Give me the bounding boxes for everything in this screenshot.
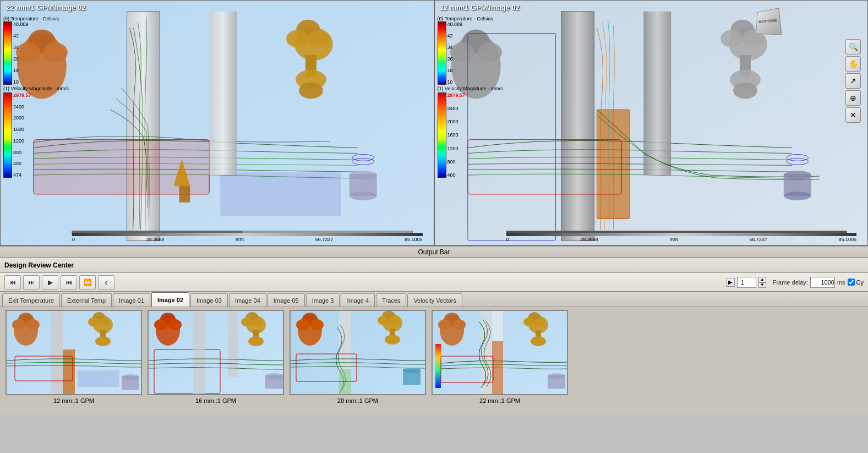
left-measure-unit: mm <box>236 237 244 242</box>
left-scale-max: 48.889 <box>13 21 29 27</box>
svg-point-118 <box>531 336 546 346</box>
svg-point-96 <box>378 316 389 325</box>
left-viewport: 22 mm\1 GPM\Image 02 (0) Temperature - C… <box>0 0 434 245</box>
right-viewport: 12 mm\1 GPM\Image 02 BOTTOM 🔍 ✋ ↗ ⊕ ✕ (0… <box>434 0 869 245</box>
svg-rect-101 <box>403 369 421 385</box>
svg-point-64 <box>88 318 99 326</box>
tab-image3[interactable]: Image 3 <box>306 293 340 307</box>
output-bar-label: Output Bar <box>418 248 450 256</box>
frame-delay-label: Frame delay: <box>773 279 808 286</box>
right-viewport-title: 12 mm\1 GPM\Image 02 <box>440 3 520 12</box>
thumb-12mm-svg <box>7 311 142 395</box>
design-review-header: Design Review Center <box>0 258 868 273</box>
right-scale-1: 42 <box>447 33 463 39</box>
thumb-20mm-label: 20 mm::1 GPM <box>337 397 378 404</box>
left-scale-min: 10 <box>13 79 29 85</box>
thumb-12mm-label: 12 mm::1 GPM <box>53 397 94 404</box>
svg-point-91 <box>296 319 309 330</box>
controls-bar: ⏮ ⏭ ▶ ⏭ ⏩ ‹ ▶ ▲ ▼ Frame delay: ms Cy <box>0 273 868 292</box>
frame-delay-input[interactable] <box>810 277 835 288</box>
tab-exit-temperature[interactable]: Exit Temperature <box>2 293 60 307</box>
tool-btn-pan[interactable]: ✋ <box>845 56 861 72</box>
svg-rect-109 <box>435 344 441 388</box>
svg-point-19 <box>350 192 377 200</box>
svg-point-83 <box>252 318 263 326</box>
thumbnail-16mm[interactable]: 16 mm::1 GPM <box>148 310 284 404</box>
right-scale-min: 10 <box>447 79 463 85</box>
left-scale-4: 18 <box>13 68 29 73</box>
thumbnail-20mm[interactable]: 20 mm::1 GPM <box>290 310 426 404</box>
thumbnail-22mm[interactable]: 22 mm::1 GPM <box>432 310 568 404</box>
tab-image02[interactable]: Image 02 <box>151 292 189 307</box>
tool-btn-select[interactable]: ⊕ <box>845 90 861 106</box>
left-vel-2: 2000 <box>13 115 31 121</box>
tab-image05[interactable]: Image 05 <box>268 293 305 307</box>
right-vel-6: 400 <box>447 172 466 178</box>
frame-up-arrow[interactable]: ▲ <box>758 277 766 282</box>
svg-rect-78 <box>193 311 205 395</box>
thumb-22mm-label: 22 mm::1 GPM <box>479 397 520 404</box>
right-vel-4: 1200 <box>447 146 466 151</box>
right-measure-3: 56.7337 <box>749 237 767 242</box>
cycle-checkbox[interactable] <box>848 279 855 286</box>
right-scale-2: 34 <box>447 45 463 50</box>
left-measure-4: 85.1005 <box>405 237 423 242</box>
svg-point-115 <box>523 318 534 326</box>
svg-rect-9 <box>220 172 341 216</box>
nav-cube-container[interactable]: BOTTOM <box>755 9 779 34</box>
thumbnail-16mm-image <box>148 310 284 395</box>
tool-btn-delete[interactable]: ✕ <box>845 107 861 123</box>
left-scale-1: 42 <box>13 33 29 39</box>
tab-traces[interactable]: Traces <box>376 293 406 307</box>
svg-rect-87 <box>265 375 283 389</box>
svg-rect-60 <box>51 311 63 395</box>
play-prev-button[interactable]: ⏭ <box>23 275 40 290</box>
svg-point-97 <box>389 316 400 325</box>
play-first-button[interactable]: ⏮ <box>4 275 21 290</box>
svg-point-108 <box>452 319 466 330</box>
play-last-button[interactable]: ⏩ <box>79 275 96 290</box>
play-next-button[interactable]: ⏭ <box>61 275 77 290</box>
tool-btn-zoom[interactable]: 🔍 <box>845 39 861 54</box>
frame-down-arrow[interactable]: ▼ <box>758 282 766 288</box>
right-vel-5: 800 <box>447 159 466 165</box>
frame-control: ▶ ▲ ▼ Frame delay: ms Cy <box>726 277 864 288</box>
svg-point-44 <box>720 30 743 48</box>
right-measure-unit: mm <box>669 237 678 242</box>
thumb-16mm-svg <box>149 311 284 395</box>
tool-btn-rotate[interactable]: ↗ <box>845 73 861 89</box>
svg-point-107 <box>438 319 451 330</box>
thumbnail-12mm[interactable]: 12 mm::1 GPM <box>6 310 142 404</box>
thumb-16mm-label: 16 mm::1 GPM <box>195 397 236 404</box>
right-vel-2: 2000 <box>447 119 466 124</box>
right-measure-1: 28.3668 <box>580 237 598 242</box>
play-button[interactable]: ▶ <box>42 275 58 290</box>
left-temp-label: (0) Temperature - Celsius <box>3 16 59 21</box>
svg-rect-112 <box>492 341 503 395</box>
tab-image03[interactable]: Image 03 <box>190 293 228 307</box>
thumbnails-area: 12 mm::1 GPM <box>0 307 868 414</box>
tab-velocity-vectors[interactable]: Velocity Vectors <box>407 293 462 307</box>
left-vel-min: 474 <box>13 172 31 178</box>
ms-label: ms <box>837 279 845 286</box>
svg-point-116 <box>534 318 545 326</box>
left-vel-1: 2400 <box>13 104 31 110</box>
frame-prev-arrow[interactable]: ▶ <box>726 278 735 287</box>
frame-number-input[interactable] <box>737 277 756 288</box>
right-vel-colorbar <box>438 92 446 178</box>
tab-image4[interactable]: Image 4 <box>341 293 375 307</box>
tab-external-temp[interactable]: External Temp <box>61 293 112 307</box>
tab-image04[interactable]: Image 04 <box>229 293 266 307</box>
svg-point-76 <box>168 319 182 330</box>
tab-image01[interactable]: Image 01 <box>113 293 150 307</box>
right-temp-label: (0) Temperature - Celsius <box>438 16 493 21</box>
svg-rect-79 <box>228 311 238 377</box>
thumbnail-12mm-image <box>6 310 142 395</box>
right-scale-4: 18 <box>447 68 463 73</box>
right-temp-colorbar <box>438 21 446 85</box>
svg-rect-120 <box>548 375 565 389</box>
collapse-button[interactable]: ‹ <box>98 275 114 290</box>
svg-point-13 <box>308 30 330 48</box>
thumb-20mm-svg <box>291 311 426 395</box>
svg-rect-102 <box>339 369 351 395</box>
